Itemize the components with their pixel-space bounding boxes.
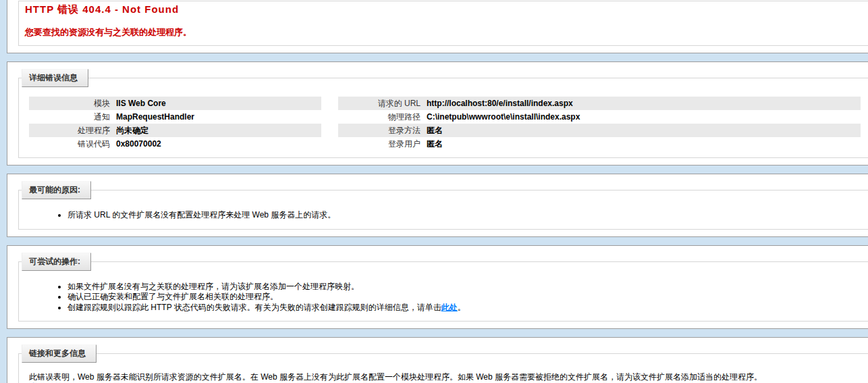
things-to-try-fieldset: 可尝试的操作: 如果文件扩展名没有与之关联的处理程序，请为该扩展名添加一个处理程… [18,253,868,322]
table-row: 通知 MapRequestHandler [29,110,321,124]
likely-causes-fieldset: 最可能的原因: 所请求 URL 的文件扩展名没有配置处理程序来处理 Web 服务… [18,181,868,230]
detail-value: C:\inetpub\wwwroot\e\install\index.aspx [426,110,861,124]
likely-causes-list: 所请求 URL 的文件扩展名没有配置处理程序来处理 Web 服务器上的请求。 [29,210,868,221]
error-page: HTTP 错误 404.4 - Not Found 您要查找的资源没有与之关联的… [0,0,868,383]
more-info-legend: 链接和更多信息 [22,344,97,363]
table-row: 物理路径 C:\inetpub\wwwroot\e\install\index.… [338,110,861,124]
table-row: 登录方法 匿名 [338,124,861,137]
list-item: 所请求 URL 的文件扩展名没有配置处理程序来处理 Web 服务器上的请求。 [67,210,868,221]
things-to-try-container: 可尝试的操作: 如果文件扩展名没有与之关联的处理程序，请为该扩展名添加一个处理程… [7,245,868,330]
list-item: 如果文件扩展名没有与之关联的处理程序，请为该扩展名添加一个处理程序映射。 [67,282,868,292]
list-item-suffix: 。 [458,303,466,312]
table-row: 请求的 URL http://localhost:80/e/install/in… [338,97,861,110]
details-left-table: 模块 IIS Web Core 通知 MapRequestHandler 处理程… [29,97,321,151]
detail-value: IIS Web Core [115,97,321,110]
error-summary-fieldset: HTTP 错误 404.4 - Not Found 您要查找的资源没有与之关联的… [18,1,868,46]
list-item: 创建跟踪规则以跟踪此 HTTP 状态代码的失败请求。有关为失败的请求创建跟踪规则… [67,303,868,313]
error-summary-container: HTTP 错误 404.4 - Not Found 您要查找的资源没有与之关联的… [7,0,868,53]
table-row: 登录用户 匿名 [338,137,861,151]
error-description: 您要查找的资源没有与之关联的处理程序。 [25,26,868,39]
detail-value: http://localhost:80/e/install/index.aspx [426,97,861,110]
detailed-error-container: 详细错误信息 模块 IIS Web Core 通知 MapRequestHand… [7,61,868,165]
here-link[interactable]: 此处 [441,303,458,312]
detail-label: 通知 [29,110,115,124]
detail-value: MapRequestHandler [115,110,321,124]
detail-label: 物理路径 [338,110,426,124]
detail-label: 登录用户 [338,137,426,151]
detail-value: 0x80070002 [115,137,321,151]
detail-label: 模块 [29,97,115,110]
detailed-error-legend: 详细错误信息 [22,69,88,87]
table-row: 模块 IIS Web Core [29,97,321,110]
likely-causes-container: 最可能的原因: 所请求 URL 的文件扩展名没有配置处理程序来处理 Web 服务… [7,174,868,237]
detail-value: 尚未确定 [115,124,321,137]
detail-value: 匿名 [426,124,861,137]
detail-label: 登录方法 [338,124,426,137]
things-to-try-legend: 可尝试的操作: [22,253,91,271]
list-item-text: 创建跟踪规则以跟踪此 HTTP 状态代码的失败请求。有关为失败的请求创建跟踪规则… [67,303,441,312]
detail-label: 处理程序 [29,124,115,137]
details-columns: 模块 IIS Web Core 通知 MapRequestHandler 处理程… [29,97,868,151]
likely-causes-legend: 最可能的原因: [22,181,91,199]
detail-value: 匿名 [426,137,861,151]
table-row: 错误代码 0x80070002 [29,137,321,151]
more-info-text: 此错误表明，Web 服务器未能识别所请求资源的文件扩展名。在 Web 服务器上没… [29,372,868,382]
list-item: 确认已正确安装和配置了与文件扩展名相关联的处理程序。 [67,292,868,303]
detail-label: 请求的 URL [338,97,426,110]
things-to-try-list: 如果文件扩展名没有与之关联的处理程序，请为该扩展名添加一个处理程序映射。 确认已… [29,282,868,313]
detailed-error-fieldset: 详细错误信息 模块 IIS Web Core 通知 MapRequestHand… [18,69,868,158]
more-info-fieldset: 链接和更多信息 此错误表明，Web 服务器未能识别所请求资源的文件扩展名。在 W… [18,344,868,383]
details-right-table: 请求的 URL http://localhost:80/e/install/in… [338,97,861,151]
page-title: HTTP 错误 404.4 - Not Found [25,3,868,16]
more-info-container: 链接和更多信息 此错误表明，Web 服务器未能识别所请求资源的文件扩展名。在 W… [7,337,868,383]
table-row: 处理程序 尚未确定 [29,124,321,137]
detail-label: 错误代码 [29,137,115,151]
